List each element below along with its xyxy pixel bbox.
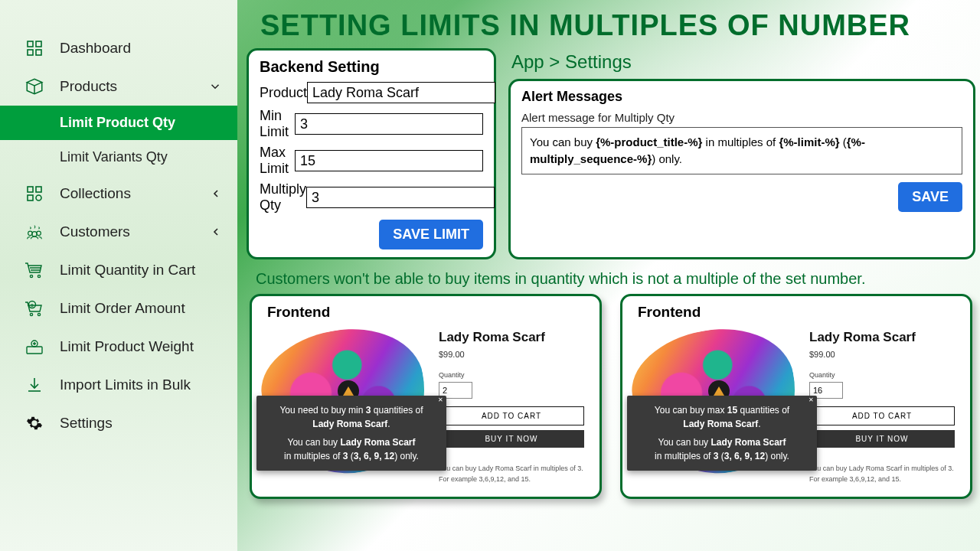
product-name: Lady Roma Scarf (809, 330, 961, 345)
sidebar-item-label: Customers (60, 223, 130, 240)
svg-point-11 (30, 275, 32, 277)
weight-icon (23, 337, 46, 357)
sidebar-item-customers[interactable]: Customers (0, 213, 237, 251)
quantity-label: Quantity (439, 371, 590, 379)
hint-text: You can buy Lady Roma Scarf in multiples… (809, 463, 961, 485)
sidebar-item-settings[interactable]: Settings (0, 404, 237, 442)
sidebar-item-label: Dashboard (60, 40, 131, 57)
panel-title: Frontend (261, 304, 590, 321)
svg-rect-3 (36, 50, 41, 55)
sidebar-item-label: Limit Order Amount (60, 300, 185, 317)
page-title: SETTING LIMITS IN MULTIPLES OF NUMBER (260, 9, 980, 42)
add-to-cart-button[interactable]: ADD TO CART (439, 406, 584, 425)
min-limit-label: Min Limit (260, 108, 295, 140)
multiply-qty-label: Multiply Qty (260, 181, 306, 214)
alert-messages-panel: Alert Messages Alert message for Multipl… (508, 79, 975, 259)
breadcrumb: App > Settings (511, 51, 975, 73)
chevron-down-icon (208, 80, 222, 93)
svg-point-7 (36, 195, 41, 201)
sidebar-subitem-label: Limit Variants Qty (60, 149, 168, 165)
cart-dollar-icon: $ (23, 298, 46, 318)
svg-rect-5 (36, 187, 41, 192)
main-content: SETTING LIMITS IN MULTIPLES OF NUMBER Ba… (237, 0, 980, 551)
chevron-left-icon (210, 226, 222, 238)
caption-text: Customers won't be able to buy items in … (256, 270, 966, 288)
panel-title: Frontend (632, 304, 961, 321)
sidebar-item-limit-qty-cart[interactable]: Limit Quantity in Cart (0, 251, 237, 289)
sidebar-item-label: Limit Product Weight (60, 338, 194, 355)
save-alert-button[interactable]: SAVE (898, 182, 962, 212)
sidebar-subitem-label: Limit Product Qty (60, 115, 175, 130)
save-limit-button[interactable]: SAVE LIMIT (379, 220, 483, 249)
backend-settings-panel: Backend Setting Product Min Limit Max Li… (247, 48, 496, 259)
chevron-left-icon (210, 187, 222, 200)
product-label: Product (260, 85, 307, 101)
sidebar-subitem-limit-product-qty[interactable]: Limit Product Qty (0, 106, 237, 140)
close-icon[interactable]: ✕ (808, 396, 814, 405)
svg-rect-2 (28, 50, 33, 55)
sidebar-item-label: Limit Quantity in Cart (60, 262, 195, 279)
hint-text: You can buy Lady Roma Scarf in multiples… (439, 463, 590, 485)
toast-max-warning: ✕ You can buy max 15 quantities of Lady … (627, 396, 817, 471)
frontend-panel-max: Frontend ✕ You can buy max 15 quantities… (620, 294, 972, 499)
sidebar-subitem-limit-variants-qty[interactable]: Limit Variants Qty (0, 140, 237, 174)
sidebar-item-label: Products (60, 78, 117, 95)
alert-subtitle: Alert message for Multiply Qty (521, 111, 962, 124)
frontend-panel-min: Frontend ✕ You need to buy min 3 quantit… (250, 294, 602, 499)
max-limit-label: Max Limit (260, 145, 295, 177)
svg-point-12 (38, 275, 40, 277)
collections-icon (23, 184, 46, 204)
sidebar-item-import-bulk[interactable]: Import Limits in Bulk (0, 366, 237, 404)
svg-rect-17 (27, 347, 42, 354)
buy-now-button[interactable]: BUY IT NOW (809, 430, 955, 448)
buy-now-button[interactable]: BUY IT NOW (439, 430, 584, 448)
product-price: $99.00 (439, 350, 590, 359)
sidebar-item-limit-order-amount[interactable]: $ Limit Order Amount (0, 289, 237, 328)
sidebar-item-label: Collections (60, 185, 131, 202)
sidebar-item-limit-weight[interactable]: Limit Product Weight (0, 328, 237, 366)
gear-icon (23, 413, 46, 433)
svg-rect-1 (36, 41, 41, 47)
min-limit-input[interactable] (295, 113, 483, 135)
max-limit-input[interactable] (295, 150, 483, 171)
svg-point-13 (30, 313, 32, 315)
download-icon (23, 375, 46, 395)
add-to-cart-button[interactable]: ADD TO CART (809, 406, 955, 425)
customers-icon (23, 222, 46, 242)
sidebar-item-collections[interactable]: Collections (0, 174, 237, 213)
grid-icon (23, 38, 46, 58)
alert-message-box[interactable]: You can buy {%-product_title-%} in multi… (521, 127, 962, 174)
quantity-label: Quantity (809, 371, 961, 379)
close-icon[interactable]: ✕ (438, 396, 443, 405)
sidebar-item-label: Import Limits in Bulk (60, 377, 191, 393)
panel-title: Alert Messages (521, 89, 962, 105)
product-name: Lady Roma Scarf (439, 330, 590, 345)
product-input[interactable] (307, 82, 495, 103)
panel-title: Backend Setting (260, 58, 483, 76)
product-price: $99.00 (809, 350, 961, 359)
sidebar-item-products[interactable]: Products (0, 67, 237, 106)
sidebar: Dashboard Products Limit Product Qty Lim… (0, 0, 237, 551)
sidebar-item-label: Settings (60, 415, 113, 432)
cart-icon (23, 260, 46, 280)
svg-point-10 (32, 232, 37, 236)
toast-min-warning: ✕ You need to buy min 3 quantities of La… (256, 396, 446, 471)
svg-point-14 (38, 313, 40, 315)
sidebar-item-dashboard[interactable]: Dashboard (0, 29, 237, 67)
svg-rect-6 (28, 195, 33, 201)
box-icon (23, 77, 46, 96)
svg-rect-0 (28, 41, 33, 47)
multiply-qty-input[interactable] (306, 187, 495, 208)
svg-rect-4 (28, 187, 33, 192)
